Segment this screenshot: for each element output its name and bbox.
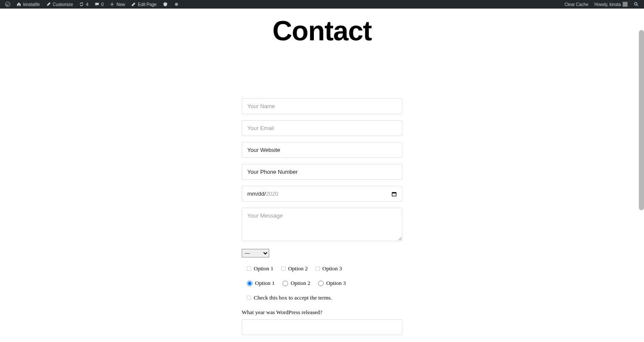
radio-group: Option 1 Option 2 Option 3 [242, 280, 402, 287]
update-icon [79, 2, 84, 7]
circle-icon [174, 2, 179, 7]
new-link[interactable]: New [107, 0, 128, 9]
clear-cache-link[interactable]: Clear Cache [562, 0, 591, 9]
checkbox-group: Option 1 Option 2 Option 3 [242, 265, 402, 272]
checkbox-icon [281, 266, 286, 271]
radio-input[interactable] [247, 281, 252, 286]
radio-input[interactable] [318, 281, 324, 286]
checkbox-option-1[interactable]: Option 1 [247, 265, 273, 272]
date-dd: dd [258, 191, 264, 197]
updates-link[interactable]: 4 [76, 0, 91, 9]
message-textarea[interactable] [242, 208, 402, 241]
howdy-label: Howdy, kinsta [594, 2, 621, 7]
quiz-input[interactable] [242, 319, 402, 335]
clear-cache-label: Clear Cache [565, 2, 589, 7]
quiz-question-label: What year was WordPress released? [242, 309, 402, 316]
edit-page-link[interactable]: Edit Page [128, 0, 159, 9]
date-yy: 2020 [266, 191, 278, 197]
checkbox-icon [247, 266, 251, 271]
pencil-icon [131, 2, 136, 7]
checkbox-option-3[interactable]: Option 3 [316, 265, 342, 272]
wordpress-icon [5, 2, 10, 7]
search-toggle[interactable] [631, 0, 641, 9]
search-icon [634, 2, 639, 7]
date-input[interactable]: mm/dd/2020 [242, 186, 402, 202]
accept-terms-row: Check this box to accept the terms. [242, 294, 402, 301]
new-label: New [116, 2, 125, 7]
dropdown-select[interactable]: --- [242, 249, 269, 257]
calendar-icon [392, 191, 397, 197]
radio-option-1[interactable]: Option 1 [247, 280, 275, 287]
brush-icon [46, 2, 51, 7]
account-link[interactable]: Howdy, kinsta [592, 0, 630, 9]
email-input[interactable] [242, 120, 402, 136]
adminbar-extra-1[interactable] [160, 0, 170, 9]
wp-admin-bar: kinstalife Customize 4 0 New [0, 0, 644, 9]
comments-link[interactable]: 0 [92, 0, 106, 9]
checkbox-icon [247, 296, 251, 300]
radio-input[interactable] [283, 281, 288, 286]
radio-option-3[interactable]: Option 3 [318, 280, 346, 287]
wp-logo[interactable] [3, 0, 13, 9]
website-input[interactable] [242, 142, 402, 158]
radio-option-2[interactable]: Option 2 [283, 280, 310, 287]
home-icon [16, 2, 21, 7]
contact-form: mm/dd/2020 --- Option 1 Option 2 Option … [242, 98, 402, 342]
svg-point-2 [635, 3, 637, 5]
site-name-link[interactable]: kinstalife [14, 0, 43, 9]
page-title: Contact [0, 15, 644, 47]
svg-point-1 [175, 3, 178, 6]
customize-label: Customize [53, 2, 73, 7]
checkbox-icon [316, 266, 320, 271]
shield-icon [163, 2, 168, 7]
svg-rect-4 [392, 192, 396, 193]
accept-terms-checkbox[interactable]: Check this box to accept the terms. [247, 294, 402, 301]
phone-input[interactable] [242, 164, 402, 180]
plus-icon [109, 2, 115, 7]
scroll-thumb[interactable] [639, 30, 644, 210]
edit-page-label: Edit Page [138, 2, 156, 7]
updates-count: 4 [86, 2, 88, 7]
page-content: Contact mm/dd/2020 --- Option 1 Option 2… [0, 9, 644, 342]
checkbox-option-2[interactable]: Option 2 [281, 265, 308, 272]
name-input[interactable] [242, 98, 402, 114]
comment-icon [94, 2, 100, 7]
adminbar-extra-2[interactable] [171, 0, 182, 9]
site-name-label: kinstalife [23, 2, 40, 7]
comments-count: 0 [101, 2, 104, 7]
scrollbar[interactable] [639, 9, 644, 342]
avatar [623, 2, 628, 7]
date-mm: mm [247, 191, 257, 197]
customize-link[interactable]: Customize [43, 0, 76, 9]
